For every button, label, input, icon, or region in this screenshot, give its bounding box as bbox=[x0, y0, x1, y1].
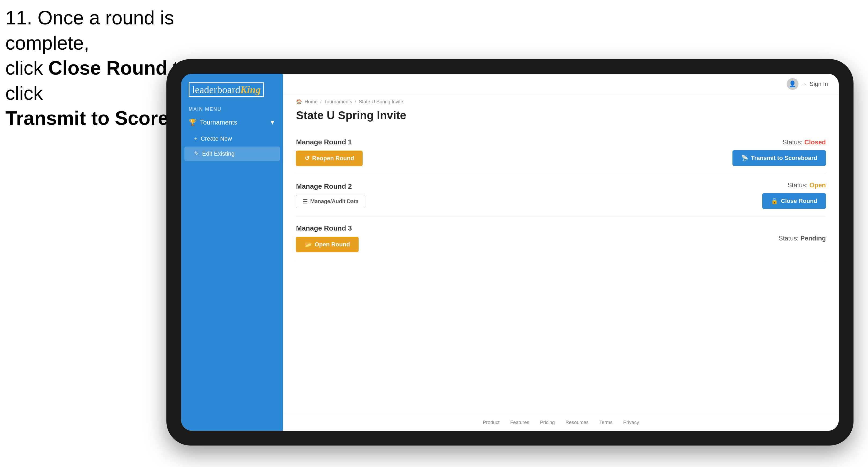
content-area: Manage Round 1 ↺ Reopen Round Status: Cl… bbox=[283, 128, 839, 414]
round-3-title: Manage Round 3 bbox=[296, 224, 359, 232]
manage-audit-button[interactable]: ☰ Manage/Audit Data bbox=[296, 195, 365, 208]
edit-existing-label: Edit Existing bbox=[202, 150, 235, 157]
edit-icon: ✎ bbox=[194, 150, 199, 157]
round-section-3: Manage Round 3 📂 Open Round Status: Pend… bbox=[296, 217, 826, 260]
sidebar-item-create-new[interactable]: + Create New bbox=[181, 131, 283, 146]
reopen-round-label: Reopen Round bbox=[312, 155, 354, 162]
round-section-1: Manage Round 1 ↺ Reopen Round Status: Cl… bbox=[296, 130, 826, 174]
sidebar-tournaments-label: Tournaments bbox=[200, 119, 237, 126]
round-2-right: Status: Open 🔒 Close Round bbox=[762, 181, 826, 209]
sidebar-item-edit-existing[interactable]: ✎ Edit Existing bbox=[184, 147, 280, 161]
transmit-scoreboard-button[interactable]: 📡 Transmit to Scoreboard bbox=[733, 150, 826, 166]
logo-text: leaderboardKing bbox=[192, 84, 260, 95]
close-round-label: Close Round bbox=[781, 197, 817, 205]
footer-link-features[interactable]: Features bbox=[510, 420, 529, 426]
footer-link-pricing[interactable]: Pricing bbox=[540, 420, 555, 426]
open-round-label: Open Round bbox=[315, 241, 350, 248]
round-1-title: Manage Round 1 bbox=[296, 138, 363, 146]
chevron-down-icon: ▼ bbox=[269, 119, 276, 126]
instruction-line1: 11. Once a round is complete, bbox=[5, 7, 174, 54]
trophy-icon: 🏆 bbox=[189, 119, 197, 126]
footer-link-privacy[interactable]: Privacy bbox=[623, 420, 639, 426]
sidebar: leaderboardKing MAIN MENU 🏆 Tournaments … bbox=[181, 74, 283, 431]
home-icon: 🏠 bbox=[296, 99, 302, 105]
footer-link-resources[interactable]: Resources bbox=[565, 420, 589, 426]
round-2-left: Manage Round 2 ☰ Manage/Audit Data bbox=[296, 182, 365, 208]
breadcrumb-sep2: / bbox=[355, 99, 356, 105]
tablet-screen: leaderboardKing MAIN MENU 🏆 Tournaments … bbox=[181, 74, 839, 431]
round-1-status: Status: Closed bbox=[783, 138, 826, 146]
footer-link-terms[interactable]: Terms bbox=[599, 420, 613, 426]
sidebar-sub-items: + Create New ✎ Edit Existing bbox=[181, 131, 283, 162]
instruction-bold1: Close Round bbox=[48, 57, 167, 79]
breadcrumb-home[interactable]: Home bbox=[305, 99, 317, 105]
sidebar-logo: leaderboardKing bbox=[181, 74, 283, 103]
round-3-right: Status: Pending bbox=[779, 235, 826, 242]
close-round-button[interactable]: 🔒 Close Round bbox=[762, 193, 826, 209]
plus-icon: + bbox=[194, 135, 197, 142]
reopen-round-button[interactable]: ↺ Reopen Round bbox=[296, 151, 363, 166]
round-2-status-value: Open bbox=[809, 181, 826, 189]
footer-link-product[interactable]: Product bbox=[483, 420, 499, 426]
round-3-left: Manage Round 3 📂 Open Round bbox=[296, 224, 359, 252]
breadcrumb-sep1: / bbox=[320, 99, 321, 105]
create-new-label: Create New bbox=[201, 135, 232, 142]
round-2-status: Status: Open bbox=[787, 181, 826, 189]
sign-in-button[interactable]: 👤 → Sign In bbox=[787, 78, 828, 90]
main-menu-label: MAIN MENU bbox=[181, 103, 283, 114]
sign-in-text: Sign In bbox=[810, 81, 828, 88]
reopen-icon: ↺ bbox=[305, 155, 309, 162]
breadcrumb-tournaments[interactable]: Tournaments bbox=[324, 99, 352, 105]
manage-audit-label: Manage/Audit Data bbox=[310, 198, 359, 205]
transmit-icon: 📡 bbox=[741, 155, 748, 162]
open-icon: 📂 bbox=[305, 241, 312, 248]
breadcrumb-current: State U Spring Invite bbox=[359, 99, 403, 105]
page-header: State U Spring Invite bbox=[283, 107, 839, 128]
round-1-right: Status: Closed 📡 Transmit to Scoreboard bbox=[733, 138, 826, 166]
tablet-device: leaderboardKing MAIN MENU 🏆 Tournaments … bbox=[166, 59, 854, 445]
sign-in-label: → bbox=[801, 81, 807, 88]
round-section-2: Manage Round 2 ☰ Manage/Audit Data Statu… bbox=[296, 174, 826, 217]
page-title: State U Spring Invite bbox=[296, 109, 826, 122]
audit-icon: ☰ bbox=[303, 198, 308, 205]
breadcrumb: 🏠 Home / Tournaments / State U Spring In… bbox=[283, 94, 839, 107]
logo-leaderboard: leaderboard bbox=[192, 84, 240, 95]
round-3-status-value: Pending bbox=[800, 235, 826, 242]
transmit-scoreboard-label: Transmit to Scoreboard bbox=[751, 155, 817, 162]
open-round-button[interactable]: 📂 Open Round bbox=[296, 237, 359, 252]
logo-border: leaderboardKing bbox=[189, 83, 264, 97]
app-container: leaderboardKing MAIN MENU 🏆 Tournaments … bbox=[181, 74, 839, 431]
avatar: 👤 bbox=[787, 78, 799, 90]
nav-left-tournaments: 🏆 Tournaments bbox=[189, 119, 237, 126]
sidebar-item-tournaments[interactable]: 🏆 Tournaments ▼ bbox=[181, 114, 283, 130]
logo-king: King bbox=[240, 84, 260, 95]
close-icon: 🔒 bbox=[771, 197, 778, 205]
round-3-status: Status: Pending bbox=[779, 235, 826, 242]
main-content: 👤 → Sign In 🏠 Home / Tournaments / State… bbox=[283, 74, 839, 431]
round-2-title: Manage Round 2 bbox=[296, 182, 365, 191]
round-1-status-value: Closed bbox=[804, 138, 826, 146]
round-1-left: Manage Round 1 ↺ Reopen Round bbox=[296, 138, 363, 166]
top-bar: 👤 → Sign In bbox=[283, 74, 839, 94]
footer: Product Features Pricing Resources Terms… bbox=[283, 414, 839, 431]
